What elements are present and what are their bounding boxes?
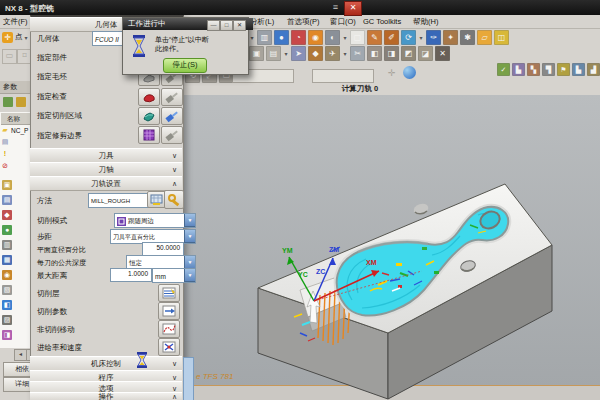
toolbar-icon[interactable]: ✑ — [426, 30, 441, 45]
resource-tab-icon[interactable]: ◧ — [2, 300, 12, 310]
toolbar-icon[interactable]: ▟ — [587, 63, 600, 76]
select-cut-area-button[interactable] — [138, 107, 160, 125]
nav-tool-icon[interactable] — [16, 97, 26, 107]
point-tool-button[interactable]: ✛ 点 ▾ — [2, 30, 28, 44]
section-tool[interactable]: 刀具 ∨ — [30, 148, 182, 163]
view-combo-2[interactable] — [312, 69, 374, 83]
tree-item[interactable]: ⊘ — [1, 162, 9, 170]
cut-levels-button[interactable] — [158, 284, 180, 302]
toolbar-icon[interactable]: ◪ — [418, 46, 433, 61]
close-icon[interactable]: ✕ — [233, 20, 246, 31]
resource-tab-icon[interactable]: ◨ — [2, 330, 12, 340]
dialog-scrollbar[interactable] — [183, 357, 194, 400]
toolbar-icon[interactable]: ◩ — [401, 46, 416, 61]
resource-tab-icon[interactable]: ◉ — [2, 270, 12, 280]
toolbar-icon[interactable]: ✈ — [325, 46, 340, 61]
resource-tab-icon[interactable]: ▥ — [2, 240, 12, 250]
flashlight-icon-button[interactable] — [161, 126, 183, 144]
menu-window[interactable]: 窗口(O) — [330, 17, 356, 27]
toolbar-icon[interactable]: ✦ — [443, 30, 458, 45]
menu-help[interactable]: 帮助(H) — [413, 17, 438, 27]
toolbar-icon[interactable]: ✐ — [384, 30, 399, 45]
toolbar-icon[interactable]: ◔ — [291, 30, 306, 45]
toolbar-icon[interactable]: ⟳ — [401, 30, 416, 45]
toolbar-icon[interactable]: ◧ — [367, 46, 382, 61]
section-machine-control[interactable]: 机床控制 ∨ — [30, 356, 182, 371]
max-dist-unit-combo[interactable]: mm ▼ — [152, 268, 196, 283]
window-menu-icon[interactable]: ≡ — [329, 2, 342, 13]
section-actions[interactable]: 操作 ∧ — [30, 392, 182, 400]
minimize-icon[interactable]: — — [207, 20, 220, 31]
toolbar-icon[interactable]: ⚑ — [557, 63, 570, 76]
toolbar-icon[interactable]: ● — [274, 30, 289, 45]
section-tool-axis[interactable]: 刀轴 ∨ — [30, 162, 182, 177]
tree-item[interactable]: ▤ — [1, 138, 9, 146]
toolbar-icon[interactable]: ◆ — [308, 46, 323, 61]
select-trim-button[interactable] — [138, 126, 160, 144]
nav-tool-icon[interactable] — [3, 97, 13, 107]
section-path-settings[interactable]: 刀轨设置 ∧ — [30, 176, 182, 191]
flashlight-icon-button-active[interactable] — [161, 107, 183, 125]
stop-button[interactable]: 停止(S) — [163, 58, 207, 73]
cut-params-button[interactable] — [158, 302, 180, 320]
menu-preferences[interactable]: 首选项(P) — [287, 17, 320, 27]
toolbar-icon[interactable]: ◨ — [384, 46, 399, 61]
toolbar-icon[interactable]: ✎ — [367, 30, 382, 45]
close-icon[interactable]: ✕ — [344, 1, 362, 16]
toolbar-icon[interactable]: ▥ — [257, 30, 272, 45]
toolbar-icon[interactable]: ▜ — [542, 63, 555, 76]
toolbar-icon[interactable]: ✱ — [460, 30, 475, 45]
graphics-viewport[interactable]: e TFS 781 — [182, 95, 600, 400]
tree-item-nc-program[interactable]: ▰ NC_P — [1, 126, 28, 134]
toolbar-icon[interactable]: ▙ — [572, 63, 585, 76]
dim-tool-icon[interactable]: ▭ — [2, 49, 17, 64]
caret-icon[interactable]: ▾ — [283, 47, 289, 60]
cut-mode-combo[interactable]: 跟随周边 ▼ — [114, 213, 196, 228]
tree-item[interactable]: ! — [1, 150, 9, 158]
toolbar-icon[interactable]: ▱ — [477, 30, 492, 45]
caret-icon[interactable]: ▾ — [418, 31, 424, 44]
toolbar-icon[interactable]: ◐ — [325, 30, 340, 45]
resource-tab-icon[interactable]: ▨ — [2, 315, 12, 325]
resource-tab-icon[interactable]: ● — [2, 225, 12, 235]
toolbar-icon[interactable]: ◫ — [494, 30, 509, 45]
dropdown-arrow-icon[interactable]: ▼ — [184, 229, 196, 243]
menu-analysis[interactable]: 分析(L) — [250, 17, 274, 27]
caret-icon[interactable]: ▾ — [249, 31, 255, 44]
specify-part-label: 指定部件 — [37, 53, 67, 63]
caret-icon[interactable]: ▾ — [342, 47, 348, 60]
toolbar-icon[interactable]: ▢ — [350, 30, 365, 45]
toolbar-icon[interactable]: ✓ — [497, 63, 510, 76]
select-check-button[interactable] — [138, 88, 160, 106]
menu-file[interactable]: 文件(F) — [3, 17, 28, 27]
chevron-down-icon: ∨ — [172, 149, 177, 162]
resource-tab-icon[interactable]: ▧ — [2, 285, 12, 295]
max-dist-input[interactable]: 1.0000 — [110, 268, 152, 282]
toolbar-icon[interactable]: ➤ — [291, 46, 306, 61]
toolbar-icon[interactable]: ✕ — [435, 46, 450, 61]
toolbar-icon[interactable]: ▣ — [249, 46, 264, 61]
flashlight-icon-button[interactable] — [161, 88, 183, 106]
caret-icon[interactable]: ▾ — [342, 31, 348, 44]
non-cut-moves-button[interactable] — [158, 320, 180, 338]
resource-tab-icon[interactable]: ◆ — [2, 210, 12, 220]
feeds-speeds-button[interactable] — [158, 338, 180, 356]
toolbar-icon[interactable]: ▙ — [512, 63, 525, 76]
toolbar-icon[interactable]: ◉ — [308, 30, 323, 45]
sphere-icon[interactable] — [403, 66, 416, 79]
dropdown-arrow-icon[interactable]: ▼ — [184, 255, 196, 269]
toolbar-icon[interactable]: ▚ — [527, 63, 540, 76]
dropdown-arrow-icon[interactable]: ▼ — [184, 213, 196, 227]
maximize-icon[interactable]: □ — [220, 20, 233, 31]
axis-label-yc: YC — [298, 271, 308, 278]
toolbar-icon[interactable]: ▤ — [266, 46, 281, 61]
resource-tab-icon[interactable]: ▤ — [2, 195, 12, 205]
fit-view-icon[interactable]: ✛ — [388, 68, 396, 78]
menu-gc-toolkits[interactable]: GC Toolkits — [363, 17, 401, 26]
dropdown-arrow-icon[interactable]: ▼ — [184, 268, 196, 282]
resource-tab-icon[interactable]: ▣ — [2, 180, 12, 190]
toolbar-icon[interactable]: ✂ — [350, 46, 365, 61]
resource-tab-icon[interactable]: ▦ — [2, 255, 12, 265]
percent-input[interactable]: 50.0000 — [142, 242, 184, 256]
wrench-icon-button[interactable] — [164, 190, 184, 209]
